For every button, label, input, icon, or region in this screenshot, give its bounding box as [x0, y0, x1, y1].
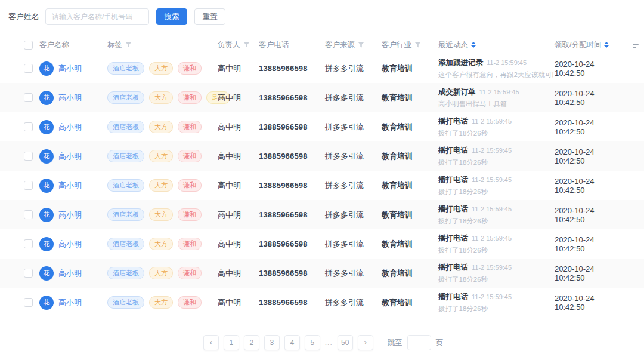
table-body: 花 高小明 酒店老板大方谦和 高中明 13885966598 拼多多引流 教育培…	[0, 54, 644, 317]
industry-cell: 教育培训	[382, 151, 438, 162]
customer-name-link[interactable]: 高小明	[58, 63, 82, 74]
col-activity: 最近动态	[438, 40, 468, 50]
col-phone: 客户电话	[259, 40, 289, 50]
tag-list: 酒店老板大方谦和	[107, 150, 218, 162]
select-all-checkbox[interactable]	[24, 41, 33, 50]
page-button-3[interactable]: 3	[264, 335, 280, 350]
jump-page-input[interactable]	[407, 335, 431, 350]
customer-tag: 谦和	[178, 121, 202, 133]
activity-title: 播打电话	[438, 175, 468, 185]
row-checkbox[interactable]	[24, 122, 33, 131]
tag-list: 酒店老板大方谦和	[107, 267, 218, 279]
activity-time: 11-2 15:59:45	[472, 264, 512, 271]
activity-detail: 拨打了18分26秒	[438, 187, 553, 196]
owner-cell: 高中明	[218, 297, 259, 308]
avatar: 花	[39, 179, 54, 193]
owner-cell: 高中明	[218, 239, 259, 250]
row-checkbox[interactable]	[24, 181, 33, 190]
customer-search-input[interactable]	[45, 8, 149, 25]
row-checkbox[interactable]	[24, 93, 33, 102]
customer-name-link[interactable]: 高小明	[58, 180, 82, 191]
table-row: 花 高小明 酒店老板大方谦和 高中明 13885966598 拼多多引流 教育培…	[0, 112, 644, 141]
sort-icon[interactable]	[471, 42, 476, 48]
customer-name-link[interactable]: 高小明	[58, 239, 82, 250]
page-button-5[interactable]: 5	[305, 335, 320, 350]
column-settings-icon[interactable]	[631, 40, 643, 50]
filter-icon[interactable]	[414, 42, 421, 48]
customer-tag: 谦和	[178, 150, 202, 162]
customer-name-link[interactable]: 高小明	[58, 151, 82, 162]
avatar: 花	[39, 61, 54, 76]
page-button-1[interactable]: 1	[224, 335, 239, 350]
tag-list: 酒店老板大方谦和足球	[107, 91, 218, 104]
filter-icon[interactable]	[243, 42, 250, 48]
activity-title: 播打电话	[438, 292, 468, 302]
customer-tag: 谦和	[178, 62, 202, 75]
customer-tag: 大方	[149, 121, 173, 133]
customer-tag: 谦和	[178, 179, 202, 192]
owner-cell: 高中明	[218, 268, 259, 279]
next-page-button[interactable]: ›	[358, 335, 373, 350]
avatar: 花	[39, 149, 54, 164]
customer-table: 客户名称 标签 负责人 客户电话 客户来源 客户行业 最近动态 领取/分配时间	[0, 36, 644, 317]
row-checkbox[interactable]	[24, 64, 33, 73]
table-row: 花 高小明 酒店老板大方谦和 高中明 13885966598 拼多多引流 教育培…	[0, 288, 644, 317]
customer-tag: 谦和	[178, 91, 202, 104]
owner-cell: 高中明	[218, 180, 259, 191]
row-checkbox[interactable]	[24, 269, 33, 278]
activity-detail: 拨打了18分26秒	[438, 246, 553, 255]
page-button-50[interactable]: 50	[338, 335, 353, 350]
filter-icon[interactable]	[358, 42, 364, 48]
tag-list: 酒店老板大方谦和	[107, 121, 218, 133]
avatar: 花	[39, 296, 54, 310]
tag-list: 酒店老板大方谦和	[107, 179, 218, 192]
col-source: 客户来源	[325, 40, 355, 50]
activity-time: 11-2 15:59:45	[472, 118, 512, 125]
activity-time: 11-2 15:59:45	[472, 293, 512, 300]
table-row: 花 高小明 酒店老板大方谦和 高中明 13885966598 拼多多引流 教育培…	[0, 229, 644, 259]
customer-tag: 酒店老板	[107, 150, 144, 162]
col-assign-time: 领取/分配时间	[555, 40, 601, 50]
row-checkbox[interactable]	[24, 298, 33, 307]
industry-cell: 教育培训	[382, 122, 438, 133]
row-checkbox[interactable]	[24, 210, 33, 219]
page-button-4[interactable]: 4	[284, 335, 300, 350]
source-cell: 拼多多引流	[325, 180, 382, 191]
customer-tag: 大方	[149, 296, 173, 309]
row-checkbox[interactable]	[24, 239, 33, 248]
activity-detail: 高小明售出悍马工具箱	[438, 100, 553, 109]
customer-name-link[interactable]: 高小明	[58, 122, 82, 133]
activity-title: 播打电话	[438, 263, 468, 273]
customer-name-link[interactable]: 高小明	[58, 268, 82, 279]
customer-tag: 酒店老板	[107, 267, 144, 279]
page-unit-label: 页	[436, 338, 444, 348]
page-jump: 跳至页	[388, 335, 444, 350]
activity-time: 11-2 15:59:45	[472, 147, 512, 154]
sort-icon[interactable]	[604, 42, 609, 48]
activity-time: 11-2 15:59:45	[472, 235, 512, 242]
customer-name-link[interactable]: 高小明	[58, 297, 82, 308]
customer-tag: 酒店老板	[107, 91, 144, 104]
customer-tag: 酒店老板	[107, 238, 144, 250]
assign-time-cell: 2020-10-24 10:42:50	[555, 60, 625, 78]
assign-time-cell: 2020-10-24 10:42:50	[555, 118, 625, 136]
prev-page-button[interactable]: ‹	[203, 335, 219, 350]
phone-cell: 13885966598	[259, 210, 325, 219]
customer-name-filter-label: 客户姓名	[8, 11, 39, 22]
table-row: 花 高小明 酒店老板大方谦和 高中明 13885966598 拼多多引流 教育培…	[0, 259, 644, 288]
assign-time-cell: 2020-10-24 10:42:50	[555, 177, 625, 195]
customer-name-link[interactable]: 高小明	[58, 93, 82, 103]
reset-button[interactable]: 重置	[194, 8, 225, 25]
customer-tag: 酒店老板	[107, 62, 144, 75]
table-row: 花 高小明 酒店老板大方谦和 高中明 13885966598 拼多多引流 教育培…	[0, 54, 644, 83]
industry-cell: 教育培训	[382, 93, 438, 103]
customer-name-link[interactable]: 高小明	[58, 210, 82, 220]
search-button[interactable]: 搜索	[156, 8, 187, 25]
page-button-2[interactable]: 2	[244, 335, 259, 350]
filter-icon[interactable]	[125, 42, 132, 48]
industry-cell: 教育培训	[382, 297, 438, 308]
customer-tag: 酒店老板	[107, 208, 144, 221]
row-checkbox[interactable]	[24, 152, 33, 161]
source-cell: 拼多多引流	[325, 239, 382, 250]
customer-tag: 大方	[149, 238, 173, 250]
